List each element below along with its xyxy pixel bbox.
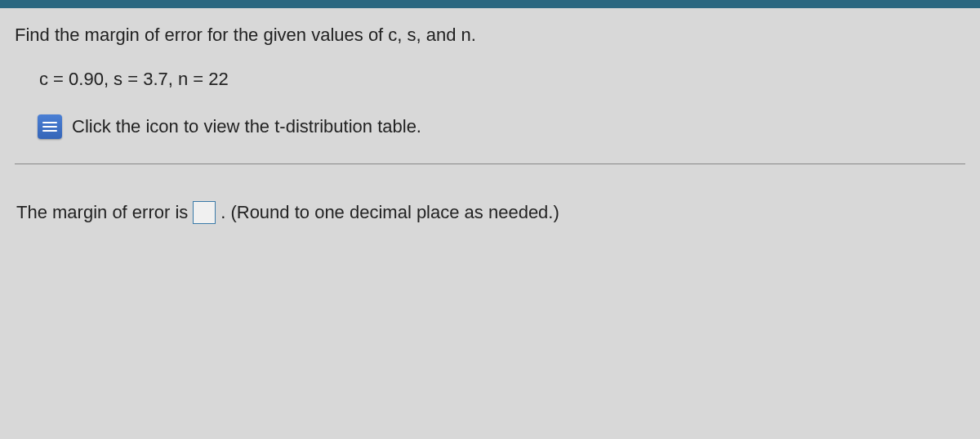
answer-period: . — [220, 202, 225, 223]
section-divider — [15, 164, 965, 164]
table-icon[interactable] — [38, 114, 62, 139]
window-top-bar — [0, 0, 980, 8]
question-content: Find the margin of error for the given v… — [0, 8, 980, 224]
answer-row: The margin of error is . (Round to one d… — [15, 201, 965, 224]
rounding-hint: (Round to one decimal place as needed.) — [230, 202, 559, 223]
question-prompt: Find the margin of error for the given v… — [15, 25, 965, 46]
margin-of-error-input[interactable] — [193, 201, 216, 224]
answer-label-before: The margin of error is — [16, 202, 188, 223]
table-link-row: Click the icon to view the t-distributio… — [38, 114, 965, 139]
given-values: c = 0.90, s = 3.7, n = 22 — [39, 69, 965, 90]
table-link-text[interactable]: Click the icon to view the t-distributio… — [72, 116, 421, 137]
